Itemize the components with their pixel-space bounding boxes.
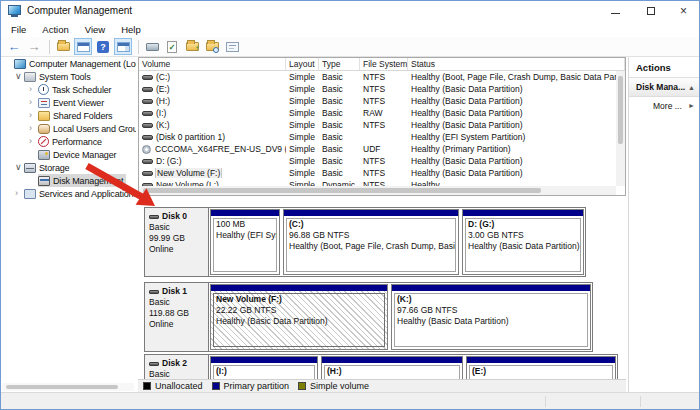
volume-list: Volume Layout Type File System Status (C… (138, 57, 626, 196)
partition-g[interactable]: D: (G:) 3.00 GB NTFSHealthy (Basic Data … (462, 209, 584, 275)
maximize-icon[interactable] (642, 4, 659, 19)
volume-row[interactable]: CCCOMA_X64FRE_EN-US_DV9 (D:) SimpleBasic… (139, 143, 616, 155)
partition-color-bar (467, 357, 615, 363)
volume-row[interactable]: New Volume (L:) SimpleDynamic NTFSHealth… (139, 179, 616, 186)
tree-item-disk-management[interactable]: Disk Management (2, 174, 136, 187)
volume-row[interactable]: D: (G:) SimpleBasic NTFSHealthy (Basic D… (139, 155, 616, 167)
volume-rows: (C:) SimpleBasic NTFSHealthy (Boot, Page… (139, 71, 616, 186)
tree-item-shared-folders[interactable]: › Shared Folders (2, 109, 136, 122)
partition-k[interactable]: (K:) 97.66 GB NTFSHealthy (Basic Data Pa… (391, 284, 591, 350)
volume-row[interactable]: (I:) SimpleBasic RAWHealthy (Basic Data … (139, 107, 616, 119)
partition-c[interactable]: (C:) 96.88 GB NTFSHealthy (Boot, Page Fi… (283, 209, 459, 275)
tree-item-services-and-applications[interactable]: › Services and Applications (2, 187, 136, 200)
tree-horizontal-scrollbar[interactable] (2, 383, 134, 391)
column-header-layout[interactable]: Layout (286, 58, 319, 70)
disk-0-label[interactable]: Disk 0 Basic99.99 GBOnline (145, 208, 209, 276)
show-console-tree-icon[interactable] (74, 38, 92, 55)
collapse-icon[interactable]: ▲ (688, 84, 695, 91)
partition-color-bar (211, 210, 279, 216)
expand-collapse-icon[interactable]: ∨ (15, 161, 24, 174)
folder-search-icon[interactable] (203, 38, 221, 55)
disk-tool-icon[interactable] (143, 38, 161, 55)
disk-2-label[interactable]: Disk 2 Basic (145, 355, 209, 379)
scrollbar-thumb[interactable] (618, 76, 623, 144)
menu-file[interactable]: File (3, 24, 34, 35)
cd-drive-icon (142, 145, 151, 154)
volume-row[interactable]: New Volume (F:) SimpleBasic NTFSHealthy … (139, 167, 616, 179)
minimize-icon[interactable] (607, 4, 624, 19)
column-header-type[interactable]: Type (319, 58, 360, 70)
scrollbar-thumb[interactable] (143, 188, 541, 193)
check-document-icon[interactable]: ✓ (163, 38, 181, 55)
partition-color-bar (211, 357, 317, 363)
unallocated-swatch (143, 382, 151, 390)
disk-0-row: Disk 0 Basic99.99 GBOnline 100 MBHealthy… (144, 207, 586, 277)
scrollbar-thumb[interactable] (6, 385, 118, 389)
tree-item-system-tools[interactable]: ∨ System Tools (2, 70, 136, 83)
partition-i[interactable]: (I:) (210, 356, 318, 379)
expand-icon[interactable]: › (29, 135, 38, 148)
expand-icon[interactable]: › (29, 83, 38, 96)
column-header-status[interactable]: Status (408, 58, 625, 70)
partition-e[interactable]: (E:) (466, 356, 616, 379)
partition-efi[interactable]: 100 MBHealthy (EFI System Partition) (210, 209, 280, 275)
volume-row[interactable]: (C:) SimpleBasic NTFSHealthy (Boot, Page… (139, 71, 616, 83)
expand-icon[interactable]: › (15, 187, 24, 200)
toolbar-separator (49, 40, 50, 54)
expand-icon[interactable]: › (29, 109, 38, 122)
partition-f-selected[interactable]: New Volume (F:) 22.22 GB NTFSHealthy (Ba… (210, 284, 388, 350)
title-bar: Computer Management × (1, 1, 699, 22)
services-icon (24, 189, 36, 199)
tree-item-local-users-and-groups[interactable]: › Local Users and Groups (2, 122, 136, 135)
expand-icon[interactable]: › (29, 122, 38, 135)
volume-row[interactable]: (E:) SimpleBasic NTFSHealthy (Basic Data… (139, 83, 616, 95)
disk-icon (149, 215, 159, 219)
volume-list-vertical-scrollbar[interactable] (616, 71, 625, 186)
disk-1-label[interactable]: Disk 1 Basic119.88 GBOnline (145, 283, 209, 351)
back-icon[interactable]: ← (5, 38, 23, 55)
forward-icon[interactable]: → (25, 38, 43, 55)
primary-partition-swatch (212, 382, 220, 390)
menu-view[interactable]: View (77, 24, 113, 35)
performance-icon (38, 136, 49, 147)
partition-color-bar (463, 210, 583, 216)
expand-icon[interactable]: › (29, 96, 38, 109)
actions-group-disk-management[interactable]: Disk Mana... ▲ (629, 78, 700, 97)
folder-up-icon[interactable]: ↑ (183, 38, 201, 55)
disk-icon (149, 362, 159, 366)
volume-row[interactable]: (H:) SimpleBasic NTFSHealthy (Basic Data… (139, 95, 616, 107)
more-actions[interactable]: More ... ► (629, 97, 700, 114)
tree-item-device-manager[interactable]: Device Manager (2, 148, 136, 161)
tree-item-storage[interactable]: ∨ Storage (2, 161, 136, 174)
partition-color-bar (392, 285, 590, 291)
device-manager-icon (38, 150, 50, 160)
export-list-icon[interactable] (54, 38, 72, 55)
properties-icon[interactable] (223, 38, 241, 55)
tree-item-computer-management[interactable]: Computer Management (Local (2, 57, 136, 70)
partition-color-bar (322, 357, 462, 363)
close-icon[interactable]: × (675, 4, 692, 19)
simple-volume-swatch (298, 382, 306, 390)
expand-collapse-icon[interactable]: ∨ (15, 70, 24, 83)
legend-unallocated: Unallocated (143, 381, 203, 391)
help-icon[interactable]: ? (94, 38, 112, 55)
tree-item-event-viewer[interactable]: › Event Viewer (2, 96, 136, 109)
partition-h[interactable]: (H:) (321, 356, 463, 379)
toolbar: ← → ? ✓ ↑ (1, 37, 699, 57)
tree-item-performance[interactable]: › Performance (2, 135, 136, 148)
volume-row[interactable]: (Disk 0 partition 1) SimpleBasic Healthy… (139, 131, 616, 143)
volume-icon (142, 171, 153, 176)
tree-item-task-scheduler[interactable]: › Task Scheduler (2, 83, 136, 96)
show-action-pane-icon[interactable] (114, 38, 132, 55)
menu-action[interactable]: Action (34, 24, 76, 35)
column-header-file-system[interactable]: File System (360, 58, 408, 70)
volume-icon (142, 75, 153, 80)
statusbar-divider (640, 396, 641, 407)
menu-help[interactable]: Help (113, 24, 149, 35)
disk-1-row: Disk 1 Basic119.88 GBOnline New Volume (… (144, 282, 593, 352)
volume-list-horizontal-scrollbar[interactable] (139, 186, 616, 195)
volume-icon (142, 87, 153, 92)
actions-title: Actions (629, 57, 700, 78)
volume-row[interactable]: (K:) SimpleBasic NTFSHealthy (Basic Data… (139, 119, 616, 131)
column-header-volume[interactable]: Volume (139, 58, 286, 70)
